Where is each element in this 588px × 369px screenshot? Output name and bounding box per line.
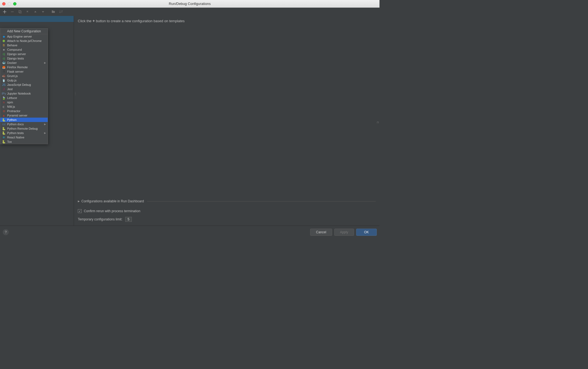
firefox-remote-icon: 🦊 bbox=[2, 65, 6, 69]
menu-item-django-server[interactable]: djDjango server bbox=[0, 52, 48, 56]
flask-server-icon: ⚗ bbox=[2, 70, 6, 73]
app-engine-server-icon: ◆ bbox=[2, 35, 6, 38]
menu-item-python-remote-debug[interactable]: 🐍Python Remote Debug bbox=[0, 126, 48, 131]
menu-title: Add New Configuration bbox=[0, 29, 48, 34]
jupyter-notebook-icon: IPy bbox=[2, 92, 6, 95]
svg-rect-3 bbox=[52, 10, 53, 11]
menu-item-jupyter-notebook[interactable]: IPyJupyter Notebook bbox=[0, 91, 48, 96]
add-configuration-menu: Add New Configuration ◆App Engine server… bbox=[0, 28, 48, 144]
help-button[interactable]: ? bbox=[3, 229, 9, 235]
menu-item-grunt-js[interactable]: 🐗Grunt.js bbox=[0, 74, 48, 78]
chevron-right-icon: ▶ bbox=[44, 132, 46, 134]
gutter-icon: ⊓ bbox=[377, 121, 379, 124]
limit-row: Temporary configurations limit: 5 bbox=[78, 217, 376, 222]
dashboard-section[interactable]: ▶ Configurations available in Run Dashbo… bbox=[78, 199, 376, 203]
django-tests-icon: dj bbox=[2, 56, 6, 60]
split-grip-icon[interactable]: ⋮⋮ bbox=[74, 93, 77, 95]
menu-item-app-engine-server[interactable]: ◆App Engine server bbox=[0, 34, 48, 39]
svg-rect-2 bbox=[52, 11, 55, 13]
python-docs-icon: rst bbox=[2, 122, 6, 126]
menu-item-label: React Native bbox=[7, 136, 24, 139]
add-button[interactable] bbox=[2, 9, 8, 15]
menu-item-label: Protractor bbox=[7, 109, 20, 113]
menu-item-python-tests[interactable]: 🐍Python tests▶ bbox=[0, 131, 48, 135]
gulp-js-icon: 🥤 bbox=[2, 78, 6, 82]
menu-item-label: Python Remote Debug bbox=[7, 127, 38, 130]
hint-suffix: button to create a new configuration bas… bbox=[96, 19, 185, 23]
menu-item-label: Tox bbox=[7, 140, 12, 143]
python-icon: 🐍 bbox=[2, 118, 6, 122]
sort-button[interactable] bbox=[58, 9, 64, 15]
limit-input[interactable]: 5 bbox=[125, 217, 132, 222]
menu-item-python[interactable]: 🐍Python bbox=[0, 118, 48, 122]
menu-item-label: Pyramid server bbox=[7, 114, 27, 117]
content: ⋮⋮ Click the + button to create a new co… bbox=[0, 8, 379, 238]
limit-label: Temporary configurations limit: bbox=[78, 217, 122, 221]
python-tests-icon: 🐍 bbox=[2, 131, 6, 135]
menu-item-label: Grunt.js bbox=[7, 74, 18, 78]
menu-item-pyramid-server[interactable]: ▲Pyramid server bbox=[0, 113, 48, 118]
window-title: Run/Debug Configurations bbox=[0, 2, 379, 6]
menu-item-label: JavaScript Debug bbox=[7, 83, 31, 86]
menu-item-attach-to-node-js-chrome[interactable]: ⬢Attach to Node.js/Chrome bbox=[0, 39, 48, 43]
protractor-icon: ⊝ bbox=[2, 109, 6, 113]
confirm-row: ✓ Confirm rerun with process termination bbox=[78, 209, 376, 213]
confirm-checkbox[interactable]: ✓ bbox=[78, 209, 82, 213]
menu-item-label: Jest bbox=[7, 87, 13, 91]
menu-item-flask-server[interactable]: ⚗Flask server bbox=[0, 69, 48, 74]
cancel-button[interactable]: Cancel bbox=[310, 229, 332, 236]
move-up-button[interactable] bbox=[32, 9, 38, 15]
menu-item-firefox-remote[interactable]: 🦊Firefox Remote bbox=[0, 65, 48, 69]
compound-icon: ■ bbox=[2, 48, 6, 52]
move-down-button[interactable] bbox=[40, 9, 46, 15]
grunt-js-icon: 🐗 bbox=[2, 74, 6, 78]
apply-button[interactable]: Apply bbox=[334, 229, 354, 236]
hint-prefix: Click the bbox=[78, 19, 92, 23]
toolbar bbox=[0, 8, 379, 16]
menu-item-label: Python docs bbox=[7, 123, 24, 126]
menu-item-label: Lettuce bbox=[7, 96, 17, 100]
lettuce-icon: 🍃 bbox=[2, 96, 6, 100]
menu-item-label: Python tests bbox=[7, 131, 24, 135]
menu-item-nw-js[interactable]: ◐NW.js bbox=[0, 104, 48, 109]
menu-item-protractor[interactable]: ⊝Protractor bbox=[0, 109, 48, 113]
npm-icon: n bbox=[2, 100, 6, 104]
menu-item-label: npm bbox=[7, 101, 13, 104]
remove-button[interactable] bbox=[9, 9, 15, 15]
folder-button[interactable] bbox=[50, 9, 56, 15]
menu-item-label: App Engine server bbox=[7, 35, 32, 38]
menu-item-tox[interactable]: 🐍Tox bbox=[0, 140, 48, 144]
confirm-label: Confirm rerun with process termination bbox=[84, 209, 140, 213]
menu-item-react-native[interactable]: ⚛React Native bbox=[0, 135, 48, 140]
menu-item-label: Flask server bbox=[7, 70, 24, 73]
menu-item-jest[interactable]: JJest bbox=[0, 87, 48, 91]
tree-selection[interactable] bbox=[0, 16, 74, 22]
react-native-icon: ⚛ bbox=[2, 135, 6, 139]
menu-item-docker[interactable]: 🐳Docker▶ bbox=[0, 61, 48, 65]
docker-icon: 🐳 bbox=[2, 61, 6, 65]
menu-item-label: NW.js bbox=[7, 105, 15, 108]
menu-item-gulp-js[interactable]: 🥤Gulp.js bbox=[0, 78, 48, 83]
pyramid-server-icon: ▲ bbox=[2, 113, 6, 117]
jest-icon: J bbox=[2, 87, 6, 91]
menu-item-compound[interactable]: ■Compound bbox=[0, 47, 48, 52]
nw-js-icon: ◐ bbox=[2, 105, 6, 109]
ok-button[interactable]: OK bbox=[356, 229, 377, 236]
menu-item-behave[interactable]: BBehave bbox=[0, 43, 48, 47]
dashboard-label: Configurations available in Run Dashboar… bbox=[81, 199, 144, 203]
settings-button[interactable] bbox=[25, 9, 31, 15]
menu-item-label: Django server bbox=[7, 52, 26, 56]
menu-item-lettuce[interactable]: 🍃Lettuce bbox=[0, 96, 48, 100]
chevron-right-icon: ▶ bbox=[44, 61, 46, 64]
menu-item-python-docs[interactable]: rstPython docs▶ bbox=[0, 122, 48, 126]
menu-item-npm[interactable]: nnpm bbox=[0, 100, 48, 104]
menu-item-django-tests[interactable]: djDjango tests bbox=[0, 56, 48, 61]
behave-icon: B bbox=[2, 43, 6, 47]
python-remote-debug-icon: 🐍 bbox=[2, 127, 6, 130]
copy-button[interactable] bbox=[17, 9, 23, 15]
titlebar: Run/Debug Configurations bbox=[0, 0, 379, 8]
menu-item-javascript-debug[interactable]: JSJavaScript Debug bbox=[0, 83, 48, 87]
divider bbox=[147, 201, 376, 201]
menu-item-label: Django tests bbox=[7, 57, 24, 60]
javascript-debug-icon: JS bbox=[2, 83, 6, 87]
